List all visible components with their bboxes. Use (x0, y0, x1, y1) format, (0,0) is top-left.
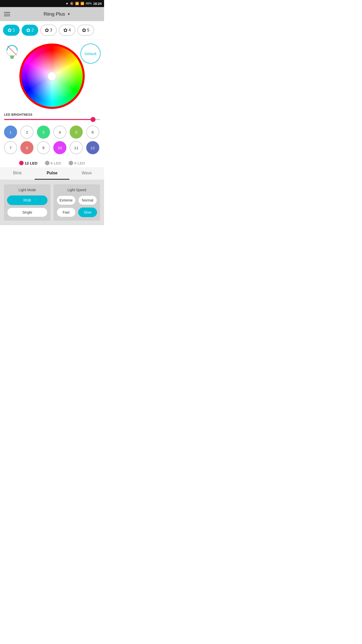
light-mode-options: RGB Single (7, 195, 48, 217)
light-speed-normal[interactable]: Normal (78, 195, 97, 205)
led-count-label-6: 6 LED (51, 161, 61, 165)
fan-tab-label-2: 2 (31, 28, 34, 32)
led-count-label-12: 12 LED (25, 161, 37, 165)
led-grid: 1 2 3 4 5 6 7 8 9 10 11 12 (0, 123, 104, 157)
app-title-wrapper: Riing Plus ▼ (14, 11, 100, 17)
led-circle-9[interactable]: 9 (37, 141, 50, 154)
light-speed-fast[interactable]: Fast (57, 208, 76, 217)
top-bar: Riing Plus ▼ (0, 7, 104, 21)
led-circle-6[interactable]: 6 (86, 126, 99, 139)
fan-tab-label-3: 3 (50, 28, 52, 32)
led-dot-12 (19, 161, 24, 165)
default-button[interactable]: Default (80, 44, 101, 64)
brightness-slider-wrapper (4, 119, 100, 120)
svg-rect-4 (11, 58, 14, 59)
light-speed-extreme[interactable]: Extreme (57, 195, 76, 205)
fan-tab-label-4: 4 (69, 28, 71, 32)
svg-rect-3 (10, 57, 14, 58)
settings-section: Light Mode RGB Single Light Speed Extrem… (0, 180, 104, 225)
light-mode-box: Light Mode RGB Single (4, 184, 51, 221)
led-circle-4[interactable]: 4 (53, 126, 66, 139)
wifi-icon: 📶 (75, 2, 79, 5)
light-speed-options: Extreme Normal Fast Slow (57, 195, 97, 217)
hamburger-menu[interactable] (4, 12, 10, 16)
light-mode-rgb[interactable]: RGB (7, 195, 48, 205)
fan-tab-5[interactable]: ✿ 5 (77, 25, 94, 36)
led-circle-5[interactable]: 5 (70, 126, 83, 139)
led-count-6[interactable]: 6 LED (45, 161, 61, 165)
led-circle-2[interactable]: 2 (20, 126, 33, 139)
bluetooth-icon: ★ (66, 2, 68, 5)
fan-tab-label-5: 5 (87, 28, 89, 32)
led-count-label-9: 9 LED (74, 161, 85, 165)
brightness-slider[interactable] (4, 119, 100, 120)
signal-icon: 📶 (80, 2, 84, 5)
fan-icon-3: ✿ (45, 27, 49, 33)
led-circle-7[interactable]: 7 (4, 141, 17, 154)
fan-icon-1: ✿ (8, 27, 12, 33)
svg-line-1 (8, 46, 17, 55)
fan-tab-3[interactable]: ✿ 3 (40, 25, 57, 36)
fan-icon-4: ✿ (63, 27, 68, 33)
light-speed-title: Light Speed (57, 188, 97, 192)
mode-tab-wave[interactable]: Wave (69, 167, 104, 180)
led-dot-6 (45, 161, 50, 165)
led-circle-1[interactable]: 1 (4, 126, 17, 139)
color-wheel-center (48, 72, 57, 81)
light-speed-slow[interactable]: Slow (78, 208, 97, 217)
fan-tab-1[interactable]: ✿ 1 (3, 25, 20, 36)
fan-tab-4[interactable]: ✿ 4 (59, 25, 75, 36)
color-section: Default (0, 39, 104, 111)
app-title: Riing Plus (43, 11, 65, 17)
led-circle-10[interactable]: 10 (53, 141, 66, 154)
led-dot-9 (69, 161, 73, 165)
led-circle-8[interactable]: 8 (20, 141, 33, 154)
time-display: 18:24 (93, 2, 102, 6)
fan-tabs-container: ✿ 1 ✿ 2 ✿ 3 ✿ 4 ✿ 5 (0, 21, 104, 39)
light-mode-single[interactable]: Single (7, 208, 48, 217)
dropdown-icon[interactable]: ▼ (67, 12, 71, 16)
mode-tab-blink[interactable]: Blink (0, 167, 35, 180)
color-wheel[interactable] (19, 44, 85, 109)
light-speed-box: Light Speed Extreme Normal Fast Slow (54, 184, 100, 221)
battery-text: 46% (86, 2, 92, 5)
fan-tab-2[interactable]: ✿ 2 (22, 25, 38, 36)
fan-icon-5: ✿ (82, 27, 86, 33)
led-circle-3[interactable]: 3 (37, 126, 50, 139)
mode-tabs: Blink Pulse Wave (0, 167, 104, 180)
led-count-9[interactable]: 9 LED (69, 161, 85, 165)
svg-rect-2 (10, 56, 14, 57)
brightness-label: LED BRIGHTNESS (4, 113, 100, 116)
fan-tab-label-1: 1 (13, 28, 15, 32)
mute-icon: 🔇 (70, 2, 74, 5)
led-count-row: 12 LED 6 LED 9 LED (0, 157, 104, 167)
led-circle-12[interactable]: 12 (86, 141, 99, 154)
led-count-12[interactable]: 12 LED (19, 161, 37, 165)
led-circle-11[interactable]: 11 (70, 141, 83, 154)
bulb-icon[interactable] (4, 44, 21, 61)
mode-tab-pulse[interactable]: Pulse (35, 167, 69, 180)
status-bar: ★ 🔇 📶 📶 46% 18:24 (0, 0, 104, 7)
light-mode-title: Light Mode (7, 188, 48, 192)
brightness-section: LED BRIGHTNESS (0, 111, 104, 123)
fan-icon-2: ✿ (26, 27, 30, 33)
